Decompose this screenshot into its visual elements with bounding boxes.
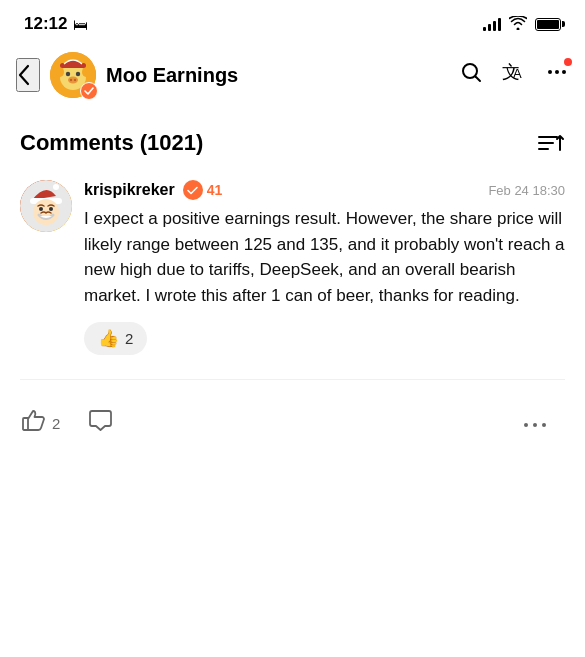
logo-avatar — [50, 52, 96, 98]
wifi-icon — [509, 16, 527, 33]
header: Moo Earnings 文 A — [0, 44, 585, 110]
comment-meta: krispikreker 41 Feb 24 18:30 — [84, 180, 565, 200]
search-icon[interactable] — [459, 60, 483, 90]
like-count: 2 — [52, 415, 60, 432]
status-bar: 12:12 🛏 — [0, 0, 585, 44]
status-icons — [483, 16, 561, 33]
verified-badge: 41 — [183, 180, 223, 200]
svg-point-8 — [82, 67, 90, 77]
svg-point-7 — [56, 67, 64, 77]
status-time: 12:12 — [24, 14, 67, 34]
svg-point-6 — [74, 79, 76, 81]
translate-icon[interactable]: 文 A — [501, 60, 527, 90]
comment-avatar — [20, 180, 72, 232]
svg-point-4 — [68, 77, 78, 84]
comment-item: krispikreker 41 Feb 24 18:30 I expect a … — [0, 172, 585, 371]
svg-text:A: A — [513, 66, 522, 81]
svg-point-2 — [66, 72, 70, 76]
sort-icon[interactable] — [537, 132, 565, 154]
comments-title: Comments (1021) — [20, 130, 203, 156]
header-actions: 文 A — [459, 60, 569, 90]
divider — [20, 379, 565, 380]
comment-date: Feb 24 18:30 — [488, 183, 565, 198]
like-pill-count: 2 — [125, 330, 133, 347]
svg-point-27 — [542, 423, 546, 427]
like-pill-emoji: 👍 — [98, 328, 119, 349]
comment-main: krispikreker 41 Feb 24 18:30 I expect a … — [84, 180, 565, 355]
like-icon — [20, 408, 46, 438]
svg-point-24 — [49, 207, 53, 211]
back-button[interactable] — [16, 58, 40, 92]
header-logo-area: Moo Earnings — [50, 52, 449, 98]
like-action[interactable]: 2 — [20, 402, 72, 444]
comment-username: krispikreker — [84, 181, 175, 199]
comment-icon — [88, 408, 113, 438]
user-level: 41 — [207, 182, 223, 198]
svg-point-22 — [33, 199, 59, 225]
svg-point-26 — [533, 423, 537, 427]
svg-point-5 — [70, 79, 72, 81]
more-dots[interactable] — [517, 404, 553, 442]
svg-point-14 — [555, 70, 559, 74]
header-title: Moo Earnings — [106, 64, 238, 87]
more-icon[interactable] — [545, 60, 569, 90]
svg-point-21 — [53, 184, 59, 190]
comments-header: Comments (1021) — [0, 110, 585, 172]
svg-point-25 — [524, 423, 528, 427]
svg-point-23 — [39, 207, 43, 211]
battery-icon — [535, 18, 561, 31]
comment-body: I expect a positive earnings result. How… — [84, 206, 565, 308]
signal-icon — [483, 17, 501, 31]
verified-icon — [183, 180, 203, 200]
svg-point-3 — [76, 72, 80, 76]
svg-point-15 — [562, 70, 566, 74]
bed-icon: 🛏 — [73, 16, 88, 33]
svg-point-13 — [548, 70, 552, 74]
like-pill[interactable]: 👍 2 — [84, 322, 147, 355]
more-action[interactable] — [517, 398, 565, 448]
comment-user-info: krispikreker 41 — [84, 180, 222, 200]
comment-top: krispikreker 41 Feb 24 18:30 I expect a … — [20, 180, 565, 355]
comment-action[interactable] — [88, 402, 125, 444]
logo-badge — [80, 82, 98, 100]
notification-dot — [564, 58, 572, 66]
comment-footer: 2 — [0, 388, 585, 458]
